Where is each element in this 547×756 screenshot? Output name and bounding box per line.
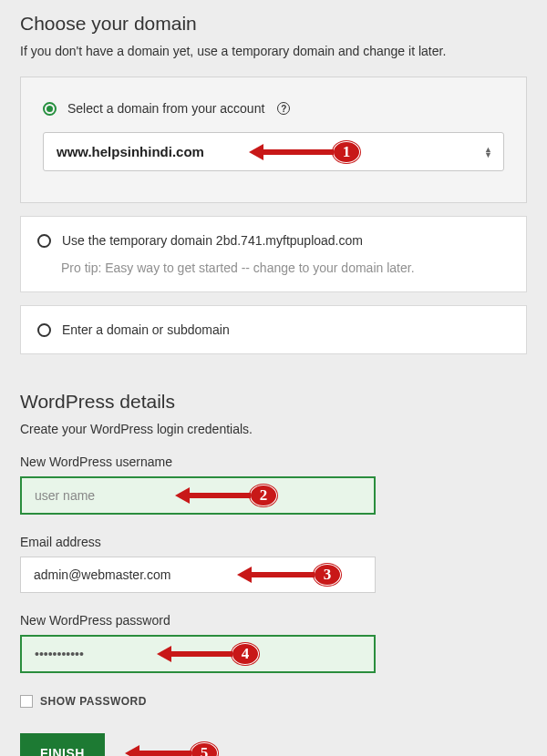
annotation-badge-1: 1 [333, 141, 360, 163]
password-input[interactable]: ••••••••••• [20, 635, 376, 673]
domain-option-enter-manual[interactable]: Enter a domain or subdomain [20, 305, 527, 354]
username-label: New WordPress username [20, 455, 527, 469]
radio-select-from-account[interactable] [43, 102, 57, 116]
domain-option-temporary[interactable]: Use the temporary domain 2bd.741.myftpup… [20, 216, 527, 292]
domain-select-dropdown[interactable]: www.helpsinhindi.com ▲▼ 1 [43, 132, 504, 171]
annotation-badge-5: 5 [191, 742, 218, 756]
domain-option-select-from-account[interactable]: Select a domain from your account ? www.… [20, 77, 527, 203]
show-password-checkbox[interactable] [20, 695, 33, 708]
protip-text: Pro tip: Easy way to get started -- chan… [61, 261, 510, 275]
choose-domain-desc: If you don't have a domain yet, use a te… [20, 44, 527, 58]
chevron-updown-icon: ▲▼ [484, 147, 492, 158]
wordpress-details-title: WordPress details [20, 391, 527, 413]
radio-temporary-domain[interactable] [37, 234, 51, 248]
radio-label: Select a domain from your account [67, 101, 264, 116]
username-input[interactable]: user name [20, 476, 376, 515]
show-password-label: SHOW PASSWORD [40, 695, 147, 708]
radio-label: Use the temporary domain 2bd.741.myftpup… [62, 233, 363, 248]
selected-domain-value: www.helpsinhindi.com [57, 144, 204, 159]
radio-enter-domain[interactable] [37, 323, 51, 337]
wordpress-details-desc: Create your WordPress login credentials. [20, 422, 527, 436]
finish-button[interactable]: FINISH [20, 733, 105, 756]
radio-label: Enter a domain or subdomain [62, 322, 230, 337]
help-icon[interactable]: ? [277, 102, 290, 115]
choose-domain-title: Choose your domain [20, 13, 527, 35]
email-input[interactable]: admin@webmaster.com [20, 557, 376, 593]
password-label: New WordPress password [20, 613, 527, 628]
email-label: Email address [20, 535, 527, 549]
